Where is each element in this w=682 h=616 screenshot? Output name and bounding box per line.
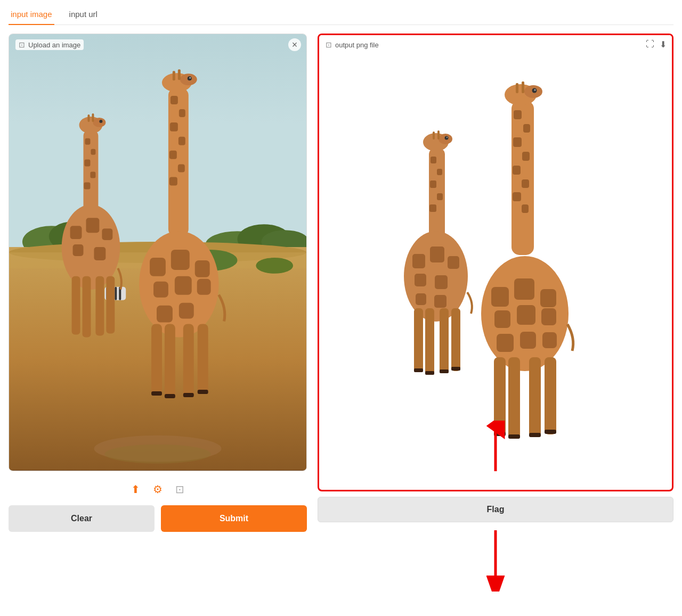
svg-rect-27 xyxy=(92,113,94,122)
svg-rect-94 xyxy=(440,308,449,373)
svg-rect-100 xyxy=(512,101,534,255)
svg-rect-114 xyxy=(522,81,524,93)
output-label-text: output png file xyxy=(335,41,379,49)
svg-rect-0 xyxy=(9,35,306,258)
copy-icon[interactable]: ⊡ xyxy=(175,483,184,496)
image-toolbar: ⬆ ⚙ ⊡ xyxy=(9,478,307,499)
giraffe-scene-svg xyxy=(9,34,306,471)
output-giraffe-svg xyxy=(319,53,672,473)
svg-rect-19 xyxy=(91,149,95,155)
svg-rect-41 xyxy=(170,122,178,132)
main-content: ⊡ Upload an image × xyxy=(9,34,673,581)
flag-button[interactable]: Flag xyxy=(318,497,673,522)
svg-rect-34 xyxy=(72,276,80,335)
svg-rect-92 xyxy=(414,308,423,372)
expand-icon[interactable]: ⛶ xyxy=(646,39,654,50)
svg-rect-38 xyxy=(168,88,189,236)
download-icon[interactable]: ⬇ xyxy=(660,39,667,50)
svg-rect-68 xyxy=(198,390,208,394)
svg-rect-57 xyxy=(175,276,192,295)
red-arrow-below xyxy=(464,528,527,592)
svg-rect-121 xyxy=(541,308,556,325)
left-panel: ⊡ Upload an image × xyxy=(9,34,307,532)
settings-icon[interactable]: ⚙ xyxy=(153,483,163,496)
svg-point-24 xyxy=(93,118,105,127)
svg-rect-20 xyxy=(84,160,90,167)
svg-rect-93 xyxy=(425,308,434,375)
svg-point-25 xyxy=(99,120,102,123)
action-buttons: Clear Submit xyxy=(9,505,307,532)
svg-rect-61 xyxy=(151,324,162,396)
arrow-below-area xyxy=(318,528,673,581)
image-icon: ⊡ xyxy=(19,40,25,49)
upload-label-area: ⊡ Upload an image xyxy=(15,39,84,50)
red-arrow-up xyxy=(480,421,512,474)
svg-rect-51 xyxy=(178,69,181,80)
svg-rect-45 xyxy=(169,177,177,186)
svg-rect-74 xyxy=(437,169,442,175)
svg-rect-120 xyxy=(517,305,535,325)
upload-label-text: Upload an image xyxy=(28,41,80,49)
svg-rect-21 xyxy=(90,172,95,178)
svg-rect-88 xyxy=(415,274,426,286)
svg-rect-118 xyxy=(540,289,556,307)
svg-rect-65 xyxy=(151,391,162,396)
svg-rect-76 xyxy=(437,193,443,200)
close-button[interactable]: × xyxy=(288,38,301,51)
svg-point-80 xyxy=(445,136,449,140)
tab-input-image[interactable]: input image xyxy=(9,5,54,25)
svg-rect-90 xyxy=(416,293,426,305)
submit-button[interactable]: Submit xyxy=(161,505,307,532)
svg-rect-127 xyxy=(529,357,541,437)
svg-rect-122 xyxy=(497,334,514,352)
svg-rect-37 xyxy=(106,276,115,334)
svg-rect-99 xyxy=(451,367,460,371)
output-image-display xyxy=(319,35,672,472)
svg-rect-82 xyxy=(433,132,435,139)
svg-point-112 xyxy=(534,89,536,91)
svg-rect-58 xyxy=(197,279,211,295)
svg-rect-15 xyxy=(115,287,117,300)
tab-input-url[interactable]: input url xyxy=(67,5,100,25)
svg-rect-63 xyxy=(183,324,194,398)
svg-rect-54 xyxy=(171,250,190,270)
svg-rect-105 xyxy=(513,166,521,175)
svg-rect-29 xyxy=(70,226,82,239)
svg-rect-42 xyxy=(178,137,185,145)
svg-rect-85 xyxy=(412,254,425,268)
svg-rect-89 xyxy=(435,275,448,289)
svg-rect-55 xyxy=(195,260,210,277)
tabs-container: input image input url xyxy=(9,5,673,25)
svg-rect-86 xyxy=(430,247,444,262)
output-label-area: ⊡ output png file xyxy=(326,40,379,49)
svg-rect-39 xyxy=(170,96,178,104)
svg-point-49 xyxy=(189,77,191,79)
svg-rect-113 xyxy=(516,83,518,93)
page-wrapper: input image input url ⊡ Upload an image … xyxy=(0,0,682,586)
svg-rect-64 xyxy=(198,324,208,395)
svg-rect-131 xyxy=(529,433,541,437)
svg-rect-117 xyxy=(514,278,534,300)
svg-rect-73 xyxy=(431,157,436,163)
upload-icon[interactable]: ⬆ xyxy=(131,483,140,496)
svg-rect-87 xyxy=(448,256,459,269)
svg-rect-123 xyxy=(520,332,536,349)
svg-rect-95 xyxy=(451,308,460,371)
svg-rect-116 xyxy=(491,287,509,307)
svg-rect-43 xyxy=(169,151,177,159)
svg-rect-104 xyxy=(522,152,530,161)
svg-rect-44 xyxy=(178,165,185,173)
svg-rect-96 xyxy=(414,368,423,372)
svg-point-81 xyxy=(446,137,448,138)
svg-rect-53 xyxy=(150,258,166,276)
svg-rect-36 xyxy=(95,276,104,336)
output-file-icon: ⊡ xyxy=(326,40,332,49)
svg-rect-22 xyxy=(84,182,90,189)
svg-rect-128 xyxy=(545,357,556,434)
input-image-display xyxy=(9,34,306,471)
svg-rect-106 xyxy=(522,179,529,188)
svg-rect-33 xyxy=(94,247,105,260)
svg-rect-102 xyxy=(523,124,530,133)
clear-button[interactable]: Clear xyxy=(9,505,155,532)
svg-rect-18 xyxy=(85,138,90,145)
